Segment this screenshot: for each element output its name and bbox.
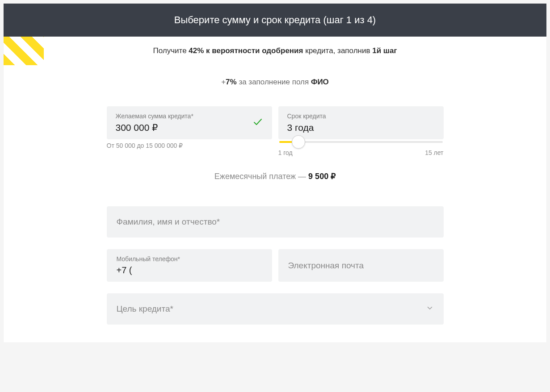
step-title: Выберите сумму и срок кредита (шаг 1 из …	[174, 14, 376, 25]
slider-thumb[interactable]	[292, 135, 305, 149]
approval-boost-text: Получите 42% к вероятности одобрения кре…	[4, 46, 546, 55]
amount-term-row: Желаемая сумма кредита* 300 000 ₽ От 50 …	[107, 106, 444, 156]
fio-placeholder: Фамилия, имя и отчество*	[117, 217, 434, 227]
bonus-percent: 7%	[226, 78, 237, 86]
subheader-row: Получите 42% к вероятности одобрения кре…	[4, 37, 546, 65]
amount-hint: От 50 000 до 15 000 000 ₽	[107, 142, 272, 149]
term-input[interactable]: Срок кредита 3 года	[278, 106, 444, 139]
bonus-rest: за заполнение поля	[237, 78, 311, 86]
fio-input[interactable]: Фамилия, имя и отчество*	[107, 206, 444, 238]
chevron-down-icon	[426, 304, 434, 314]
email-input[interactable]: Электронная почта	[278, 249, 444, 282]
term-slider[interactable]	[278, 141, 444, 143]
term-max-label: 15 лет	[425, 149, 443, 156]
monthly-payment-line: Ежемесячный платеж — 9 500 ₽	[107, 171, 444, 181]
slider-track	[279, 141, 443, 143]
amount-label: Желаемая сумма кредита*	[116, 113, 247, 120]
phone-email-row: Мобильный телефон* +7 ( Электронная почт…	[107, 249, 444, 282]
phone-label: Мобильный телефон*	[117, 255, 262, 263]
subheader-boost: 42% к вероятности одобрения	[189, 46, 303, 55]
check-icon	[252, 117, 263, 129]
purpose-placeholder: Цель кредита*	[117, 304, 173, 314]
amount-value: 300 000 ₽	[116, 122, 247, 133]
amount-col: Желаемая сумма кредита* 300 000 ₽ От 50 …	[107, 106, 272, 156]
bonus-plus: +	[221, 78, 226, 86]
amount-input[interactable]: Желаемая сумма кредита* 300 000 ₽	[107, 106, 272, 139]
phone-value: +7 (	[117, 265, 262, 275]
term-value: 3 года	[287, 122, 435, 133]
payment-value: 9 500 ₽	[308, 172, 336, 181]
loan-form-page: Выберите сумму и срок кредита (шаг 1 из …	[4, 4, 546, 342]
payment-label: Ежемесячный платеж —	[214, 172, 308, 181]
term-label: Срок кредита	[287, 113, 435, 120]
step-header: Выберите сумму и срок кредита (шаг 1 из …	[4, 4, 546, 37]
purpose-select[interactable]: Цель кредита*	[107, 293, 444, 325]
term-min-label: 1 год	[278, 149, 293, 156]
subheader-prefix: Получите	[153, 46, 189, 55]
subheader-middle: кредита, заполнив	[303, 46, 372, 55]
form-area: Желаемая сумма кредита* 300 000 ₽ От 50 …	[103, 106, 447, 342]
email-placeholder: Электронная почта	[288, 261, 364, 271]
field-bonus-line: +7% за заполнение поля ФИО	[4, 78, 546, 87]
phone-input[interactable]: Мобильный телефон* +7 (	[107, 249, 272, 282]
term-col: Срок кредита 3 года 1 год 15 лет	[278, 106, 444, 156]
slider-labels: 1 год 15 лет	[278, 149, 444, 156]
bonus-field: ФИО	[311, 78, 329, 86]
subheader-step: 1й шаг	[372, 46, 397, 55]
